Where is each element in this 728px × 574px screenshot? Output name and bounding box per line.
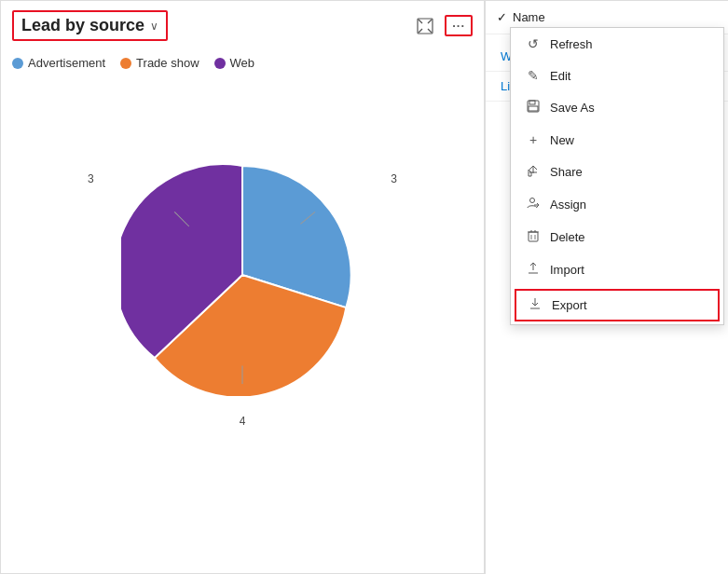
- menu-item-refresh[interactable]: ↺ Refresh: [511, 28, 723, 60]
- pie-chart-container: 3 3 4: [1, 98, 484, 452]
- menu-label-export: Export: [552, 298, 587, 312]
- svg-point-7: [530, 198, 535, 203]
- menu-label-share: Share: [550, 165, 583, 179]
- menu-item-assign[interactable]: Assign: [511, 188, 723, 221]
- chart-legend: Advertisement Trade show Web: [1, 50, 484, 79]
- more-options-button[interactable]: ···: [445, 15, 473, 36]
- chart-title-area[interactable]: Lead by source ∨: [12, 10, 168, 41]
- menu-item-edit[interactable]: ✎ Edit: [511, 60, 723, 91]
- expand-button[interactable]: [413, 16, 437, 36]
- check-icon: ✓: [497, 10, 507, 24]
- main-container: Lead by source ∨ ··· Ad: [0, 0, 728, 574]
- legend-dot-advertisement: [12, 58, 23, 69]
- menu-label-edit: Edit: [550, 69, 570, 83]
- chart-header: Lead by source ∨ ···: [1, 1, 484, 50]
- right-panel: ✓ Name Wanda Graves Lisa Byrd ↺ Refresh …: [485, 0, 728, 574]
- pie-label-blue: 3: [391, 172, 397, 185]
- new-icon: +: [526, 132, 541, 147]
- menu-item-export[interactable]: Export: [515, 289, 720, 321]
- legend-dot-tradeshow: [120, 58, 131, 69]
- edit-icon: ✎: [526, 68, 541, 83]
- share-icon: [526, 164, 541, 180]
- pie-label-orange: 4: [240, 415, 246, 428]
- pie-label-purple: 3: [88, 172, 94, 185]
- legend-label-tradeshow: Trade show: [136, 56, 199, 70]
- chart-actions: ···: [413, 15, 473, 36]
- export-icon: [528, 297, 543, 313]
- chevron-down-icon: ∨: [150, 20, 158, 33]
- menu-item-saveas[interactable]: Save As: [511, 91, 723, 124]
- legend-label-web: Web: [230, 56, 255, 70]
- menu-label-new: New: [550, 133, 574, 147]
- refresh-icon: ↺: [526, 36, 541, 51]
- svg-rect-9: [529, 232, 538, 241]
- menu-label-delete: Delete: [550, 230, 585, 244]
- menu-item-share[interactable]: Share: [511, 156, 723, 188]
- menu-item-new[interactable]: + New: [511, 124, 723, 156]
- assign-icon: [526, 197, 541, 212]
- menu-label-saveas: Save As: [550, 101, 595, 115]
- menu-label-refresh: Refresh: [550, 37, 593, 51]
- menu-label-assign: Assign: [550, 198, 586, 212]
- svg-rect-6: [529, 106, 538, 111]
- dropdown-menu: ↺ Refresh ✎ Edit Save As + New: [510, 27, 724, 325]
- legend-label-advertisement: Advertisement: [28, 56, 105, 70]
- menu-item-import[interactable]: Import: [511, 253, 723, 286]
- pie-chart: 3 3 4: [121, 154, 364, 396]
- legend-item-web: Web: [214, 56, 255, 70]
- import-icon: [526, 262, 541, 278]
- chart-panel: Lead by source ∨ ··· Ad: [0, 0, 485, 574]
- chart-title: Lead by source: [21, 16, 144, 35]
- delete-icon: [526, 229, 541, 245]
- legend-dot-web: [214, 58, 226, 69]
- menu-label-import: Import: [550, 263, 584, 277]
- legend-item-advertisement: Advertisement: [12, 56, 105, 70]
- saveas-icon: [526, 100, 541, 116]
- column-name-header: Name: [513, 10, 545, 24]
- svg-rect-5: [529, 101, 535, 104]
- menu-item-delete[interactable]: Delete: [511, 221, 723, 253]
- legend-item-tradeshow: Trade show: [120, 56, 199, 70]
